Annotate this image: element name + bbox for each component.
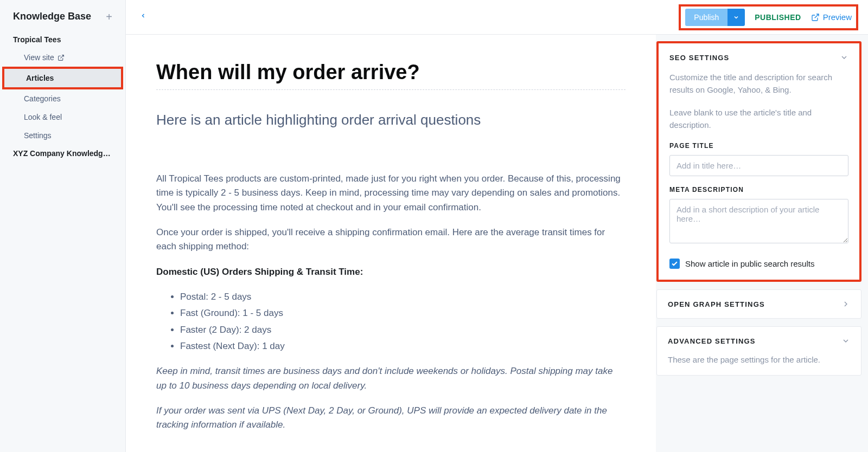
add-kb-button[interactable]: +: [106, 11, 112, 22]
nav-label: Look & feel: [24, 113, 62, 121]
right-panel: SEO SETTINGS Customize the title and des…: [656, 35, 868, 452]
chevron-down-icon: [841, 337, 850, 345]
sidebar-title: Knowledge Base: [13, 11, 91, 22]
topbar: Publish PUBLISHED Preview: [126, 0, 868, 35]
list-item: Fastest (Next Day): 1 day: [180, 339, 626, 353]
open-graph-panel: OPEN GRAPH SETTINGS: [656, 289, 861, 319]
article-title[interactable]: When will my order arrive?: [156, 61, 626, 90]
publish-button[interactable]: Publish: [685, 9, 727, 26]
highlight-topbar: Publish PUBLISHED Preview: [679, 4, 858, 30]
paragraph: If your order was sent via UPS (Next Day…: [156, 404, 626, 432]
heading-text: Domestic (US) Orders Shipping & Transit …: [156, 267, 363, 277]
sidebar-categories[interactable]: Categories: [0, 89, 125, 108]
panel-title: OPEN GRAPH SETTINGS: [668, 300, 765, 308]
external-link-icon: [811, 13, 820, 22]
panel-title: ADVANCED SETTINGS: [668, 337, 756, 345]
public-search-checkbox[interactable]: [669, 259, 680, 269]
og-panel-header[interactable]: OPEN GRAPH SETTINGS: [657, 290, 861, 318]
sidebar-look-feel[interactable]: Look & feel: [0, 108, 125, 126]
chevron-down-icon: [840, 53, 848, 62]
chevron-down-icon: [733, 14, 739, 21]
svg-line-0: [60, 55, 63, 58]
check-icon: [671, 260, 678, 267]
italic-text: If your order was sent via UPS (Next Day…: [156, 405, 607, 430]
article-editor[interactable]: When will my order arrive? Here is an ar…: [126, 35, 656, 452]
adv-panel-header[interactable]: ADVANCED SETTINGS: [657, 327, 861, 355]
sidebar-view-site[interactable]: View site: [0, 48, 125, 67]
shipping-list: Postal: 2 - 5 days Fast (Ground): 1 - 5 …: [156, 290, 626, 353]
external-link-icon: [58, 54, 65, 61]
sidebar-articles[interactable]: Articles: [4, 69, 121, 87]
nav-label: Settings: [24, 131, 52, 140]
page-title-label: PAGE TITLE: [669, 142, 848, 150]
advanced-settings-panel: ADVANCED SETTINGS These are the page set…: [656, 326, 861, 376]
back-button[interactable]: [136, 7, 151, 28]
article-body[interactable]: All Tropical Tees products are custom-pr…: [156, 172, 626, 432]
section-heading: Domestic (US) Orders Shipping & Transit …: [156, 265, 626, 279]
paragraph: All Tropical Tees products are custom-pr…: [156, 172, 626, 215]
sidebar-settings[interactable]: Settings: [0, 126, 125, 145]
help-text: Leave blank to use the article's title a…: [669, 107, 848, 131]
italic-text: Keep in mind, transit times are business…: [156, 366, 612, 390]
seo-panel-header[interactable]: SEO SETTINGS: [659, 43, 859, 72]
topbar-right: Publish PUBLISHED Preview: [679, 4, 858, 30]
nav-label: Articles: [26, 74, 54, 82]
meta-description-input[interactable]: [669, 199, 848, 243]
status-published: PUBLISHED: [755, 13, 801, 22]
svg-line-1: [814, 14, 818, 18]
highlight-articles: Articles: [2, 67, 123, 89]
site-xyz[interactable]: XYZ Company Knowledg…: [0, 145, 125, 162]
seo-settings-panel: SEO SETTINGS Customize the title and des…: [656, 41, 861, 282]
paragraph: Once your order is shipped, you'll recei…: [156, 225, 626, 254]
publish-group: Publish: [685, 9, 745, 26]
adv-subtext: These are the page settings for the arti…: [657, 355, 861, 375]
main: Publish PUBLISHED Preview When will my o…: [126, 0, 868, 452]
article-subtitle[interactable]: Here is an article highlighting order ar…: [156, 112, 626, 128]
list-item: Faster (2 Day): 2 days: [180, 323, 626, 337]
content-row: When will my order arrive? Here is an ar…: [126, 35, 868, 452]
sidebar: Knowledge Base + Tropical Tees View site…: [0, 0, 126, 452]
help-text: Customize the title and description for …: [669, 72, 848, 96]
chevron-left-icon: [140, 11, 146, 21]
list-item: Fast (Ground): 1 - 5 days: [180, 306, 626, 320]
preview-label: Preview: [823, 12, 852, 22]
list-item: Postal: 2 - 5 days: [180, 290, 626, 304]
nav-label: Categories: [24, 94, 61, 103]
meta-description-label: META DESCRIPTION: [669, 186, 848, 193]
site-tropical-tees[interactable]: Tropical Tees: [0, 31, 125, 48]
page-title-input[interactable]: [669, 155, 848, 176]
nav-label: View site: [24, 53, 54, 62]
paragraph: Keep in mind, transit times are business…: [156, 364, 626, 393]
panel-title: SEO SETTINGS: [669, 54, 729, 62]
seo-panel-body: Customize the title and description for …: [659, 72, 859, 280]
chevron-right-icon: [841, 300, 850, 308]
publish-dropdown[interactable]: [727, 9, 745, 26]
preview-link[interactable]: Preview: [811, 12, 852, 22]
public-search-checkbox-row[interactable]: Show article in public search results: [669, 259, 848, 269]
sidebar-header: Knowledge Base +: [0, 0, 125, 31]
checkbox-label: Show article in public search results: [685, 259, 814, 268]
